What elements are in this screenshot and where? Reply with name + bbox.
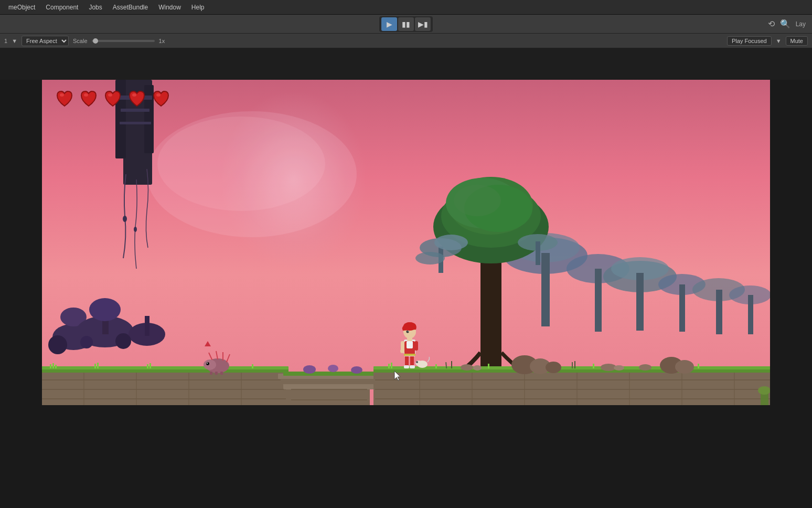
svg-rect-34 bbox=[748, 295, 753, 334]
svg-point-19 bbox=[80, 336, 93, 348]
pause-button[interactable]: ▮▮ bbox=[398, 17, 414, 31]
layout-label: Lay bbox=[796, 20, 806, 28]
dark-area-bottom bbox=[0, 405, 812, 508]
heart-2 bbox=[79, 89, 99, 108]
main-tree bbox=[415, 177, 558, 379]
display-number: 1 bbox=[4, 38, 7, 44]
svg-point-8 bbox=[123, 216, 127, 222]
svg-point-124 bbox=[206, 362, 209, 365]
svg-marker-129 bbox=[205, 341, 211, 346]
hearts-hud bbox=[55, 89, 171, 108]
play-button[interactable]: ▶ bbox=[381, 17, 397, 31]
svg-point-155 bbox=[84, 93, 88, 97]
svg-rect-128 bbox=[220, 372, 223, 375]
svg-rect-25 bbox=[595, 269, 602, 332]
search-icon[interactable]: 🔍 bbox=[780, 19, 790, 29]
svg-rect-89 bbox=[147, 364, 148, 368]
svg-rect-66 bbox=[283, 372, 380, 376]
svg-point-46 bbox=[415, 252, 445, 264]
play-controls: ▶ ▮▮ ▶▮ bbox=[379, 16, 433, 32]
svg-rect-72 bbox=[373, 373, 770, 405]
menu-window[interactable]: Window bbox=[154, 3, 185, 12]
svg-rect-93 bbox=[388, 364, 390, 368]
svg-rect-126 bbox=[210, 372, 212, 375]
heart-3 bbox=[103, 89, 123, 108]
menu-gameobject[interactable]: meObject bbox=[4, 3, 39, 12]
step-button[interactable]: ▶▮ bbox=[415, 17, 431, 31]
svg-point-42 bbox=[454, 185, 501, 216]
svg-point-111 bbox=[614, 365, 624, 371]
svg-point-148 bbox=[416, 361, 418, 363]
mute-button[interactable]: Mute bbox=[786, 36, 808, 46]
svg-rect-103 bbox=[572, 362, 573, 368]
svg-rect-132 bbox=[404, 365, 409, 368]
svg-rect-7 bbox=[120, 122, 151, 124]
toolbar-right: Play Focused ▼ Mute bbox=[727, 36, 808, 46]
player-character bbox=[400, 322, 430, 368]
svg-rect-48 bbox=[536, 241, 540, 265]
heart-1 bbox=[55, 89, 74, 108]
svg-point-144 bbox=[407, 331, 409, 333]
svg-rect-28 bbox=[636, 273, 644, 331]
svg-rect-51 bbox=[42, 373, 289, 405]
menu-assetbundle[interactable]: AssetBundle bbox=[109, 3, 152, 12]
dropdown-arrow-focused[interactable]: ▼ bbox=[776, 38, 782, 44]
svg-point-69 bbox=[351, 366, 362, 374]
scale-thumb bbox=[93, 38, 98, 44]
svg-rect-96 bbox=[488, 364, 489, 368]
center-column bbox=[278, 365, 380, 405]
game-viewport[interactable] bbox=[42, 80, 770, 405]
svg-point-123 bbox=[204, 359, 216, 370]
title-bar-right: ⟲ 🔍 Lay bbox=[768, 19, 806, 29]
svg-rect-95 bbox=[435, 364, 437, 368]
menu-component[interactable]: Component bbox=[41, 3, 82, 12]
svg-rect-131 bbox=[410, 355, 414, 367]
svg-rect-88 bbox=[97, 363, 99, 368]
svg-line-119 bbox=[209, 353, 212, 361]
dropdown-arrow-display: ▼ bbox=[12, 38, 17, 44]
svg-point-67 bbox=[303, 365, 316, 374]
svg-point-1 bbox=[157, 117, 325, 211]
svg-point-108 bbox=[461, 364, 473, 371]
svg-point-140 bbox=[400, 349, 404, 353]
svg-line-122 bbox=[227, 354, 230, 362]
svg-rect-17 bbox=[145, 316, 149, 336]
svg-rect-127 bbox=[215, 372, 218, 375]
svg-rect-136 bbox=[407, 341, 413, 348]
svg-rect-6 bbox=[121, 109, 149, 112]
ground-platform-right bbox=[373, 366, 770, 405]
svg-point-18 bbox=[48, 335, 67, 354]
svg-rect-133 bbox=[410, 365, 415, 368]
menu-bar: meObject Component Jobs AssetBundle Wind… bbox=[0, 0, 812, 15]
game-scene bbox=[42, 80, 770, 405]
bg-plants-left bbox=[48, 298, 165, 354]
svg-point-115 bbox=[546, 362, 561, 373]
menu-jobs[interactable]: Jobs bbox=[84, 3, 106, 12]
game-toolbar: 1 ▼ Free Aspect Scale 1x Play Focused ▼ … bbox=[0, 34, 812, 48]
menu-help[interactable]: Help bbox=[187, 3, 209, 12]
svg-point-154 bbox=[60, 93, 64, 97]
scale-slider[interactable] bbox=[92, 40, 155, 42]
title-bar: ▶ ▮▮ ▶▮ ⟲ 🔍 Lay bbox=[0, 15, 812, 34]
svg-rect-94 bbox=[391, 363, 392, 368]
aspect-select[interactable]: Free Aspect bbox=[22, 36, 69, 46]
svg-line-120 bbox=[216, 351, 218, 359]
svg-rect-102 bbox=[451, 361, 452, 368]
svg-point-68 bbox=[328, 365, 338, 372]
svg-rect-92 bbox=[252, 364, 253, 368]
svg-point-157 bbox=[132, 93, 136, 97]
svg-point-20 bbox=[115, 333, 131, 349]
svg-rect-100 bbox=[698, 364, 699, 368]
svg-rect-90 bbox=[149, 363, 151, 368]
heart-5 bbox=[151, 89, 171, 108]
svg-point-45 bbox=[434, 235, 468, 250]
play-focused-button[interactable]: Play Focused bbox=[727, 36, 772, 46]
svg-rect-130 bbox=[405, 355, 409, 367]
heart-4 bbox=[127, 89, 147, 108]
svg-rect-50 bbox=[42, 366, 289, 369]
dark-area-top bbox=[0, 48, 812, 80]
svg-rect-84 bbox=[50, 364, 51, 368]
svg-rect-36 bbox=[480, 253, 501, 368]
history-icon[interactable]: ⟲ bbox=[768, 19, 775, 29]
left-structure bbox=[115, 80, 154, 269]
